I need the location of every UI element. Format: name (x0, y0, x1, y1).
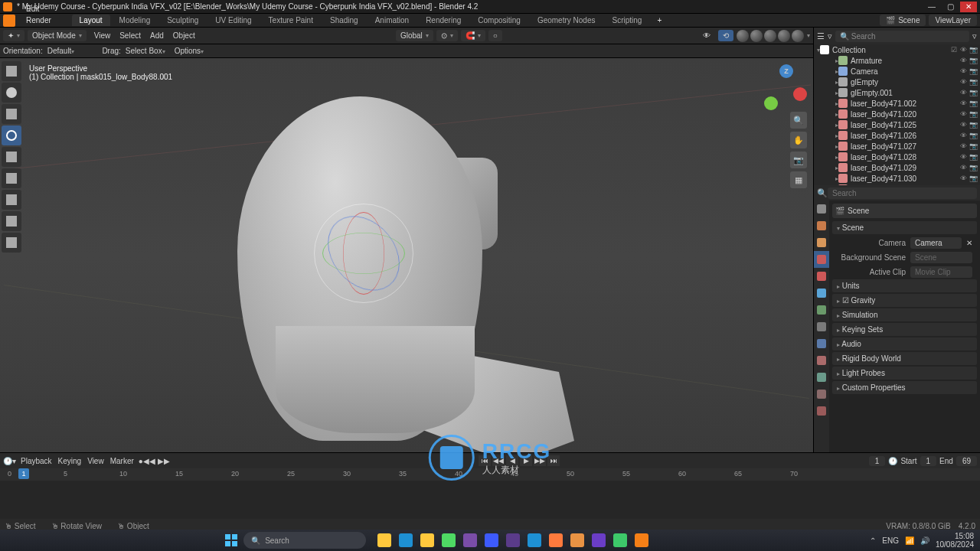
scene-header[interactable]: 🎬Scene (832, 204, 977, 218)
workspace-layout[interactable]: Layout (72, 15, 110, 26)
taskbar-app-6[interactable] (504, 531, 522, 549)
z-axis-icon[interactable]: Z (779, 64, 793, 78)
taskbar-app-0[interactable] (375, 531, 394, 549)
props-tab-1[interactable] (814, 217, 829, 234)
prop-section-light-probes[interactable]: ▸ Light Probes (832, 367, 977, 380)
close-button[interactable]: ✕ (960, 2, 977, 12)
filter-icon[interactable]: ▿ (828, 31, 832, 41)
prop-section-rigid-body-world[interactable]: ▸ Rigid Body World (832, 352, 977, 365)
add-workspace-button[interactable]: + (651, 15, 668, 26)
snap-dropdown[interactable]: 🧲▾ (461, 30, 485, 41)
zoom-icon[interactable]: 🔍 (790, 112, 807, 129)
proportional-dropdown[interactable]: ○ (488, 30, 502, 41)
props-tab-3[interactable] (814, 251, 829, 268)
taskbar-app-7[interactable] (525, 531, 544, 549)
outliner-item[interactable]: ▸laser_Body471.030👁📷 (814, 173, 980, 184)
taskbar-app-8[interactable] (547, 531, 565, 549)
current-frame-field[interactable]: 1 (869, 456, 886, 466)
outliner[interactable]: ▾ Collection ☑👁📷 ▸Armature👁📷▸Camera👁📷▸gl… (814, 44, 980, 185)
prop-section-audio[interactable]: ▸ Audio (832, 337, 977, 350)
vp-menu-object[interactable]: Object (168, 30, 200, 41)
scene-panel[interactable]: ▾ Scene (832, 221, 977, 234)
clip-field[interactable]: Movie Clip (910, 266, 972, 278)
clear-icon[interactable]: ✕ (966, 239, 972, 247)
workspace-scripting[interactable]: Scripting (604, 15, 649, 26)
taskbar-search[interactable]: 🔍Search (243, 532, 366, 549)
clock-time[interactable]: 15:08 (936, 532, 974, 540)
rendered-shading[interactable] (792, 30, 804, 42)
tl-menu-playback[interactable]: Playback (21, 457, 52, 465)
props-tab-8[interactable] (814, 335, 829, 352)
orientation-setting[interactable]: Default▾ (47, 47, 75, 55)
props-tab-6[interactable] (814, 302, 829, 318)
end-frame-field[interactable]: 69 (956, 456, 977, 466)
workspace-sculpting[interactable]: Sculpting (159, 15, 206, 26)
add-cube-tool[interactable] (2, 233, 21, 253)
outliner-item[interactable]: ▸laser_Body471.028👁📷 (814, 152, 980, 162)
camera-view-icon[interactable]: 📷 (790, 152, 807, 168)
options-popover[interactable]: Options▾ (175, 47, 204, 55)
props-tab-11[interactable] (814, 386, 829, 403)
props-tab-10[interactable] (814, 369, 829, 386)
outliner-item[interactable]: ▸Camera👁📷 (814, 66, 980, 77)
cursor-tool[interactable] (2, 83, 21, 103)
wifi-icon[interactable]: 📶 (905, 536, 914, 545)
tl-menu-marker[interactable]: Marker (110, 457, 134, 465)
outliner-item[interactable]: ▸Armature👁📷 (814, 55, 980, 66)
workspace-shading[interactable]: Shading (322, 15, 366, 26)
timeline-track[interactable]: RRCG 人人素材 (0, 481, 980, 519)
taskbar-app-2[interactable] (418, 531, 436, 549)
xray-toggle[interactable] (737, 30, 749, 42)
props-tab-4[interactable] (814, 268, 829, 285)
x-axis-icon[interactable] (793, 87, 807, 101)
scale-tool[interactable] (2, 147, 21, 167)
outliner-item[interactable]: ▸glEmpty👁📷 (814, 77, 980, 87)
minimize-button[interactable]: — (923, 2, 940, 12)
volume-icon[interactable]: 🔊 (920, 536, 929, 545)
material-shading[interactable] (778, 30, 790, 42)
orientation-dropdown[interactable]: Global▾ (396, 30, 433, 41)
taskbar-app-4[interactable] (461, 531, 479, 549)
props-tab-7[interactable] (814, 318, 829, 335)
props-tab-0[interactable] (814, 201, 829, 217)
prop-section-custom-properties[interactable]: ▸ Custom Properties (832, 381, 977, 394)
prop-section-gravity[interactable]: ▸ ☑ Gravity (832, 294, 977, 307)
taskbar-app-9[interactable] (568, 531, 586, 549)
props-tab-12[interactable] (814, 403, 829, 419)
outliner-item[interactable]: ▸laser_Body471.029👁📷 (814, 162, 980, 173)
workspace-geometry-nodes[interactable]: Geometry Nodes (530, 15, 603, 26)
editor-type-dropdown[interactable]: ✦▾ (3, 30, 24, 41)
outliner-item[interactable]: ▸laser_Body471.002👁📷 (814, 98, 980, 109)
pivot-dropdown[interactable]: ⊙▾ (436, 30, 458, 41)
annotate-tool[interactable] (2, 190, 21, 210)
outliner-type-icon[interactable]: ☰ (817, 31, 825, 41)
rotation-gizmo[interactable] (314, 204, 413, 303)
props-search-input[interactable] (828, 187, 977, 199)
viewlayer-selector[interactable]: ViewLayer (929, 15, 977, 26)
select-tool[interactable] (2, 61, 21, 81)
taskbar-app-10[interactable] (590, 531, 608, 549)
perspective-toggle-icon[interactable]: ▦ (790, 171, 807, 188)
taskbar-app-3[interactable] (439, 531, 458, 549)
autokey-icon[interactable]: ●◀◀ ▶▶ (139, 457, 170, 465)
workspace-compositing[interactable]: Compositing (470, 15, 528, 26)
vp-menu-add[interactable]: Add (145, 30, 168, 41)
menu-edit[interactable]: Edit (20, 3, 60, 15)
prop-section-keying-sets[interactable]: ▸ Keying Sets (832, 323, 977, 336)
overlays-toggle[interactable]: 👁 (698, 30, 715, 41)
outliner-search[interactable]: 🔍 Search (835, 31, 969, 42)
shading-options-dropdown[interactable]: ▾ (807, 32, 810, 39)
3d-viewport[interactable]: User Perspective (1) Collection | mask01… (0, 58, 813, 452)
scene-selector[interactable]: 🎬Scene (880, 15, 926, 26)
measure-tool[interactable] (2, 211, 21, 231)
camera-field[interactable]: Camera (910, 237, 962, 249)
prop-section-units[interactable]: ▸ Units (832, 279, 977, 292)
workspace-uv-editing[interactable]: UV Editing (207, 15, 259, 26)
filter-popover-icon[interactable]: ▿ (972, 31, 977, 41)
rotate-tool[interactable] (2, 126, 21, 145)
wireframe-shading[interactable] (750, 30, 763, 42)
mode-dropdown[interactable]: Object Mode▾ (28, 30, 87, 41)
blender-logo-icon[interactable] (3, 15, 15, 27)
tray-chevron-icon[interactable]: ⌃ (870, 536, 876, 545)
taskbar-app-12[interactable] (632, 531, 651, 549)
